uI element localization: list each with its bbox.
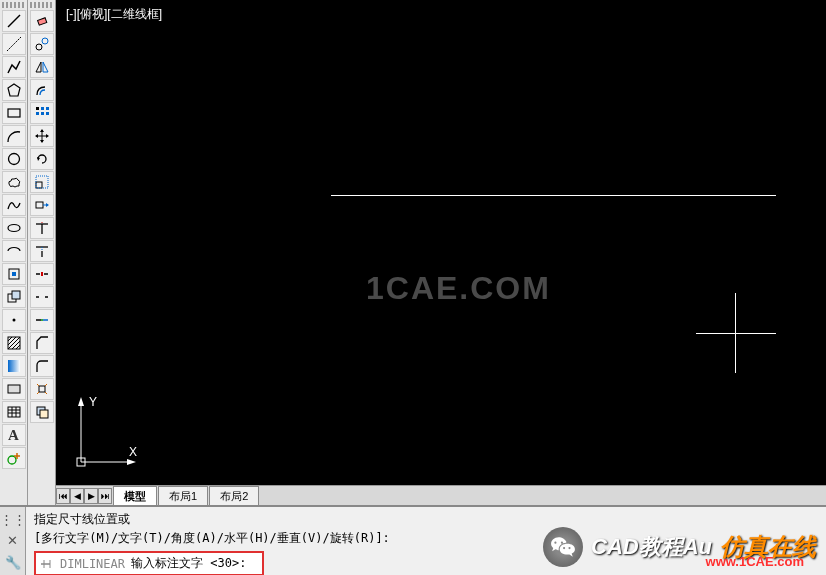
chamfer-tool[interactable] — [30, 332, 54, 354]
ellipse-tool[interactable] — [2, 217, 26, 239]
brand-url: www.1CAE.com — [706, 554, 804, 569]
construction-line-tool[interactable] — [2, 33, 26, 55]
layout-tabs-bar: ⏮ ◀ ▶ ⏭ 模型 布局1 布局2 — [56, 485, 826, 505]
svg-point-29 — [42, 38, 48, 44]
svg-marker-43 — [46, 134, 49, 138]
svg-rect-32 — [36, 107, 39, 110]
text-tool[interactable]: A — [2, 424, 26, 446]
extend-tool[interactable] — [30, 240, 54, 262]
svg-marker-49 — [46, 203, 49, 207]
svg-line-15 — [12, 341, 20, 349]
svg-rect-7 — [12, 272, 16, 276]
copy-tool[interactable] — [30, 33, 54, 55]
wrench-icon[interactable]: 🔧 — [4, 554, 22, 571]
ucs-x-label: X — [129, 445, 137, 459]
ellipse-arc-tool[interactable] — [2, 240, 26, 262]
tab-nav-next[interactable]: ▶ — [84, 488, 98, 504]
svg-line-13 — [8, 337, 16, 345]
move-tool[interactable] — [30, 125, 54, 147]
toolbar-grip[interactable] — [30, 2, 54, 8]
svg-rect-27 — [37, 18, 46, 25]
svg-line-16 — [16, 345, 20, 349]
rotate-tool[interactable] — [30, 148, 54, 170]
branding-overlay: CAD教程Au 仿真在线 www.1CAE.com — [543, 527, 816, 567]
svg-rect-34 — [46, 107, 49, 110]
draw-toolbar: A — [0, 0, 28, 505]
svg-point-10 — [12, 319, 15, 322]
region-tool[interactable] — [2, 378, 26, 400]
erase-tool[interactable] — [30, 10, 54, 32]
ucs-icon: Y X — [71, 392, 141, 475]
rectangle-tool[interactable] — [2, 102, 26, 124]
command-prompt-text: 输入标注文字 <30>: — [131, 555, 246, 572]
circle-tool[interactable] — [2, 148, 26, 170]
wechat-icon — [543, 527, 583, 567]
make-block-tool[interactable] — [2, 286, 26, 308]
tab-layout2[interactable]: 布局2 — [209, 486, 259, 506]
svg-line-1 — [7, 37, 21, 51]
line-tool[interactable] — [2, 10, 26, 32]
watermark-text: 1CAE.COM — [366, 270, 551, 307]
command-input-highlighted[interactable]: DIMLINEAR 输入标注文字 <30>: — [34, 551, 264, 575]
svg-rect-70 — [40, 410, 48, 418]
svg-marker-31 — [43, 62, 48, 72]
svg-rect-19 — [8, 407, 20, 417]
crosshair-horizontal — [696, 333, 776, 334]
command-grip-icon[interactable]: ⋮⋮ — [4, 511, 22, 528]
svg-point-24 — [8, 456, 16, 464]
drawing-viewport[interactable]: [-][俯视][二维线框] 1CAE.COM Y X ⏮ ◀ ▶ ⏭ 模型 布局… — [56, 0, 826, 505]
break-tool[interactable] — [30, 286, 54, 308]
svg-line-68 — [45, 392, 47, 394]
svg-marker-2 — [8, 84, 20, 96]
svg-rect-18 — [8, 385, 20, 393]
trim-tool[interactable] — [30, 217, 54, 239]
array-tool[interactable] — [30, 102, 54, 124]
svg-marker-30 — [36, 62, 41, 72]
svg-rect-58 — [41, 272, 43, 276]
add-selected-tool[interactable] — [2, 447, 26, 469]
ucs-y-label: Y — [89, 395, 97, 409]
break-at-point-tool[interactable] — [30, 263, 54, 285]
insert-block-tool[interactable] — [2, 263, 26, 285]
modify-toolbar — [28, 0, 56, 505]
svg-rect-3 — [8, 109, 20, 117]
hatch-tool[interactable] — [2, 332, 26, 354]
tab-nav-first[interactable]: ⏮ — [56, 488, 70, 504]
viewport-label[interactable]: [-][俯视][二维线框] — [66, 6, 162, 23]
scale-tool[interactable] — [30, 171, 54, 193]
revision-cloud-tool[interactable] — [2, 171, 26, 193]
point-tool[interactable] — [2, 309, 26, 331]
svg-marker-41 — [40, 140, 44, 143]
svg-point-5 — [8, 225, 20, 232]
stretch-tool[interactable] — [30, 194, 54, 216]
svg-rect-9 — [12, 291, 20, 299]
fillet-tool[interactable] — [30, 355, 54, 377]
toolbar-grip[interactable] — [2, 2, 26, 8]
tab-nav-last[interactable]: ⏭ — [98, 488, 112, 504]
brand-text-1: CAD教程Au — [591, 532, 712, 562]
explode-tool[interactable] — [30, 378, 54, 400]
svg-line-65 — [37, 384, 39, 386]
arc-tool[interactable] — [2, 125, 26, 147]
draworder-tool[interactable] — [30, 401, 54, 423]
svg-marker-42 — [35, 134, 38, 138]
command-prompt-icon — [40, 557, 56, 571]
mirror-tool[interactable] — [30, 56, 54, 78]
tab-layout1[interactable]: 布局1 — [158, 486, 208, 506]
svg-rect-47 — [36, 202, 43, 208]
gradient-tool[interactable] — [2, 355, 26, 377]
tab-model[interactable]: 模型 — [113, 486, 157, 506]
spline-tool[interactable] — [2, 194, 26, 216]
join-tool[interactable] — [30, 309, 54, 331]
table-tool[interactable] — [2, 401, 26, 423]
tab-nav-prev[interactable]: ◀ — [70, 488, 84, 504]
offset-tool[interactable] — [30, 79, 54, 101]
polyline-tool[interactable] — [2, 56, 26, 78]
command-name: DIMLINEAR — [60, 557, 125, 571]
crosshair-vertical — [735, 293, 736, 373]
svg-rect-64 — [39, 386, 45, 392]
close-icon[interactable]: ✕ — [4, 532, 22, 549]
polygon-tool[interactable] — [2, 79, 26, 101]
svg-rect-33 — [41, 107, 44, 110]
drawn-line — [331, 195, 776, 196]
